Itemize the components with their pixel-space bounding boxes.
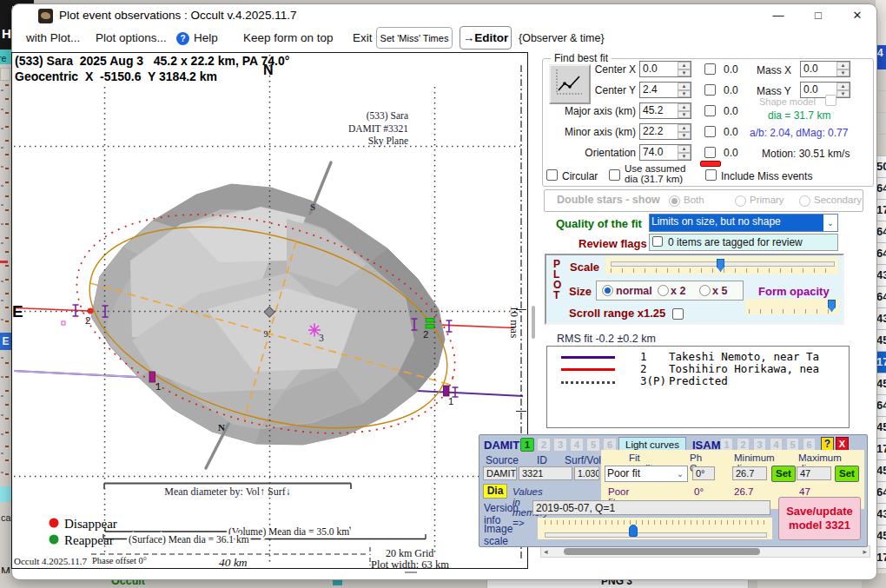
size-x5-radio[interactable] [699,285,711,296]
review-flags-checkbox[interactable] [652,236,663,247]
double-secondary-radio[interactable] [799,195,810,207]
dia-button[interactable]: Dia [483,484,507,499]
bg-left-red-dash [0,261,8,263]
scroll-range-checkbox[interactable] [672,308,684,320]
spin-up-icon[interactable]: ▲ [836,83,850,90]
save-update-button[interactable]: Save/update model 3321 [778,497,861,540]
spin-up-icon[interactable]: ▲ [678,145,691,153]
spin-up-icon[interactable]: ▲ [836,62,850,69]
horizontal-scrollbar[interactable]: ◂ ▸ [540,545,870,558]
shape-model-checkbox[interactable] [825,95,836,106]
orientation-spinner[interactable]: 74.0▲▼ [639,144,691,161]
spin-down-icon[interactable]: ▼ [678,153,691,161]
grid-note: 20 km Grid [386,547,433,559]
spinner-buttons[interactable]: ▲▼ [678,145,691,160]
scale-label: Scale [570,261,599,274]
size-x2-radio[interactable] [658,285,669,296]
observer-2-swatch [561,368,615,371]
minor-axis-spinner[interactable]: 22.2▲▼ [639,123,691,140]
bg-left-teal: re [0,50,11,64]
scroll-left-icon[interactable]: ◂ [544,546,548,557]
scroll-right-icon[interactable]: ▸ [863,546,867,557]
damit-model-5-button[interactable]: 5 [586,438,600,452]
spin-down-icon[interactable]: ▼ [678,69,691,77]
set-miss-times-button[interactable]: Set 'Miss' Times [376,27,453,49]
memory-max-dia: 47 [799,486,810,497]
mass-x-spinner[interactable]: 0.0▲▼ [800,61,850,77]
include-miss-checkbox[interactable] [705,169,717,181]
spinner-buttons[interactable]: ▲▼ [836,62,850,76]
chevron-down-icon[interactable]: ⌄ [673,466,687,481]
close-icon[interactable]: ✕ [840,5,875,26]
spin-down-icon[interactable]: ▼ [836,69,850,77]
double-primary-radio[interactable] [735,195,746,207]
spinner-buttons[interactable]: ▲▼ [678,124,691,139]
save-update-line1: Save/update [779,505,860,519]
menu-exit[interactable]: Exit [353,31,373,44]
center-y-checkbox[interactable] [704,84,716,96]
center-x-spinner[interactable]: 0.0▲▼ [639,61,691,77]
damit-model-4-button[interactable]: 4 [570,438,584,452]
bg-left-box [0,68,10,81]
spinner-buttons[interactable]: ▲▼ [678,103,691,118]
memory-ph-corr: 0° [694,486,704,497]
center-y-spinner[interactable]: 2.4▲▼ [639,82,691,98]
observer-3-swatch [561,381,615,384]
observer-time-label[interactable]: {Observer & time} [519,32,605,44]
help-icon[interactable]: ? [176,32,189,45]
minor-axis-checkbox[interactable] [704,126,716,137]
set-max-button[interactable]: Set [835,466,859,482]
major-axis-checkbox[interactable] [704,105,716,116]
maximize-icon[interactable]: □ [802,5,835,26]
damit-model-3-button[interactable]: 3 [553,438,567,452]
spinner-buttons[interactable]: ▲▼ [678,62,691,76]
ph-corr-field[interactable]: 0° [692,466,715,480]
spin-down-icon[interactable]: ▼ [678,90,691,98]
center-x-checkbox[interactable] [704,63,716,75]
spin-up-icon[interactable]: ▲ [678,62,691,69]
spin-down-icon[interactable]: ▼ [678,111,691,119]
minimize-icon[interactable]: — [762,5,795,26]
max-dia-field[interactable]: 47 [797,466,831,480]
image-scale-thumb[interactable] [629,525,638,537]
spin-up-icon[interactable]: ▲ [678,103,691,111]
major-axis-spinner[interactable]: 45.2▲▼ [639,102,691,119]
image-scale-slider[interactable] [538,518,772,539]
window-resize-grip[interactable] [405,571,417,573]
menu-with-plot[interactable]: with Plot... [26,31,80,44]
fit-quality-dropdown[interactable]: Poor fit ⌄ [605,466,688,482]
menu-help[interactable]: Help [194,31,218,44]
plot-vertical-scrollbar[interactable] [532,306,535,339]
spinner-buttons[interactable]: ▲▼ [836,83,850,97]
double-both-radio[interactable] [669,195,680,207]
orientation-checkbox[interactable] [704,147,716,158]
scale-slider[interactable] [605,257,838,274]
observer-2-name: Toshihiro Horikawa, nea [669,362,819,375]
chevron-down-icon[interactable]: ⌄ [823,215,837,231]
form-opacity-slider[interactable] [745,299,839,314]
center-x-value: 0.0 [640,62,678,76]
quality-fit-dropdown[interactable]: Limits on size, but no shape ⌄ [649,214,838,232]
sky-plane-plot: 10 mas 9 3 S N 2 2 [11,52,528,569]
spin-up-icon[interactable]: ▲ [678,83,691,90]
editor-button[interactable]: →Editor [460,26,512,50]
use-assumed-checkbox[interactable] [609,169,620,181]
set-min-button[interactable]: Set [771,466,796,482]
surface-dia-label: (Surface) Mean dia = 36.1 km [129,534,249,545]
damit-model-1-button[interactable]: 1 [520,438,534,452]
circular-checkbox[interactable] [546,169,558,181]
spin-down-icon[interactable]: ▼ [836,90,850,98]
damit-model-2-button[interactable]: 2 [537,438,551,452]
spinner-buttons[interactable]: ▲▼ [678,83,691,97]
scrollbar-thumb[interactable] [564,548,760,555]
size-normal-radio[interactable] [602,285,613,296]
bg-left-ca: ca [1,512,11,523]
spin-down-icon[interactable]: ▼ [678,132,691,140]
menu-plot-options[interactable]: Plot options... [96,31,167,44]
min-dia-field[interactable]: 26.7 [732,466,767,480]
id-field[interactable]: 3321 [519,466,572,480]
menu-keep-on-top[interactable]: Keep form on top [243,31,334,44]
spin-up-icon[interactable]: ▲ [678,124,691,132]
find-best-fit-caption: Find best fit [551,52,612,64]
quality-fit-value: Limits on size, but no shape [650,215,823,231]
